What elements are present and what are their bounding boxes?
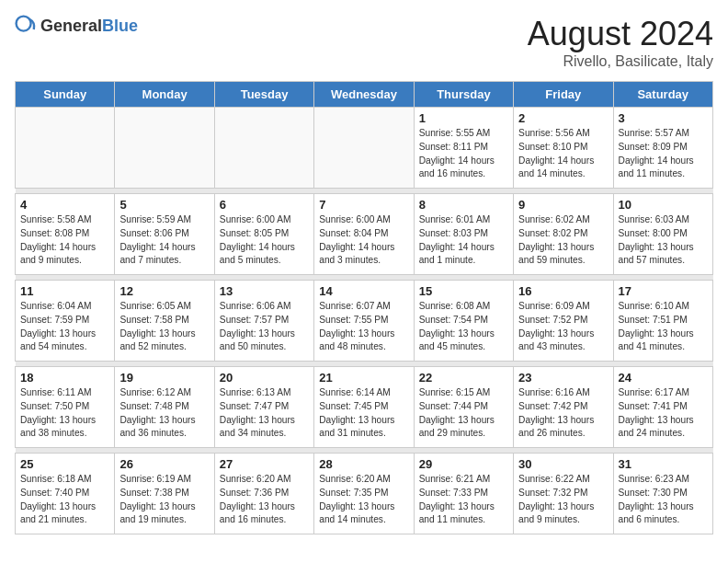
weekday-header-sunday: Sunday [16,82,115,108]
calendar-day-cell: 4Sunrise: 5:58 AM Sunset: 8:08 PM Daylig… [16,194,115,275]
day-info: Sunrise: 6:10 AM Sunset: 7:51 PM Dayligh… [619,300,708,354]
day-number: 16 [518,284,608,298]
day-number: 2 [518,111,608,125]
calendar-day-cell [214,108,313,189]
calendar-day-cell: 3Sunrise: 5:57 AM Sunset: 8:09 PM Daylig… [613,108,712,189]
title-area: August 2024 Rivello, Basilicate, Italy [528,15,713,70]
day-number: 5 [119,198,209,212]
calendar-day-cell: 16Sunrise: 6:09 AM Sunset: 7:52 PM Dayli… [514,281,613,362]
day-info: Sunrise: 5:57 AM Sunset: 8:09 PM Dayligh… [619,127,708,181]
calendar-day-cell: 29Sunrise: 6:21 AM Sunset: 7:33 PM Dayli… [414,454,513,534]
day-number: 25 [20,457,109,471]
day-info: Sunrise: 5:55 AM Sunset: 8:11 PM Dayligh… [419,127,508,181]
day-number: 26 [119,457,209,471]
calendar-day-cell: 10Sunrise: 6:03 AM Sunset: 8:00 PM Dayli… [613,194,712,275]
day-number: 7 [319,198,408,212]
day-info: Sunrise: 6:04 AM Sunset: 7:59 PM Dayligh… [20,300,109,354]
calendar-day-cell: 17Sunrise: 6:10 AM Sunset: 7:51 PM Dayli… [613,281,712,362]
day-info: Sunrise: 5:58 AM Sunset: 8:08 PM Dayligh… [20,213,109,268]
logo-blue: Blue [102,17,138,35]
day-number: 30 [518,457,608,471]
day-info: Sunrise: 6:01 AM Sunset: 8:03 PM Dayligh… [419,213,508,268]
calendar-day-cell: 2Sunrise: 5:56 AM Sunset: 8:10 PM Daylig… [514,108,613,189]
day-info: Sunrise: 6:16 AM Sunset: 7:42 PM Dayligh… [518,386,608,441]
day-info: Sunrise: 5:56 AM Sunset: 8:10 PM Dayligh… [518,127,608,181]
calendar-day-cell [16,108,115,189]
day-number: 9 [518,198,608,212]
day-info: Sunrise: 6:05 AM Sunset: 7:58 PM Dayligh… [119,300,209,354]
month-year-title: August 2024 [528,15,713,53]
day-number: 4 [20,198,109,212]
day-number: 20 [220,371,309,385]
calendar-day-cell: 27Sunrise: 6:20 AM Sunset: 7:36 PM Dayli… [214,454,313,534]
weekday-header-friday: Friday [514,82,613,108]
calendar-day-cell: 12Sunrise: 6:05 AM Sunset: 7:58 PM Dayli… [115,281,214,362]
calendar-day-cell [314,108,414,189]
day-number: 17 [619,284,708,298]
calendar-day-cell: 26Sunrise: 6:19 AM Sunset: 7:38 PM Dayli… [115,454,214,534]
calendar-day-cell: 30Sunrise: 6:22 AM Sunset: 7:32 PM Dayli… [514,454,613,534]
day-info: Sunrise: 6:08 AM Sunset: 7:54 PM Dayligh… [419,300,508,354]
calendar-day-cell [115,108,214,189]
day-number: 14 [319,284,408,298]
day-number: 24 [619,371,708,385]
day-info: Sunrise: 6:14 AM Sunset: 7:45 PM Dayligh… [319,386,408,441]
day-info: Sunrise: 6:00 AM Sunset: 8:04 PM Dayligh… [319,213,408,268]
weekday-header-saturday: Saturday [613,82,712,108]
calendar-day-cell: 1Sunrise: 5:55 AM Sunset: 8:11 PM Daylig… [414,108,513,189]
day-info: Sunrise: 6:00 AM Sunset: 8:05 PM Dayligh… [220,213,309,268]
calendar-day-cell: 6Sunrise: 6:00 AM Sunset: 8:05 PM Daylig… [214,194,313,275]
day-number: 15 [419,284,508,298]
day-info: Sunrise: 6:17 AM Sunset: 7:41 PM Dayligh… [619,386,708,441]
day-info: Sunrise: 6:18 AM Sunset: 7:40 PM Dayligh… [20,473,109,527]
day-number: 22 [419,371,508,385]
calendar-day-cell: 23Sunrise: 6:16 AM Sunset: 7:42 PM Dayli… [514,367,613,448]
day-number: 10 [619,198,708,212]
day-info: Sunrise: 6:19 AM Sunset: 7:38 PM Dayligh… [119,473,209,527]
day-number: 31 [619,457,708,471]
logo-icon [15,15,37,37]
calendar-day-cell: 19Sunrise: 6:12 AM Sunset: 7:48 PM Dayli… [115,367,214,448]
calendar-day-cell: 5Sunrise: 5:59 AM Sunset: 8:06 PM Daylig… [115,194,214,275]
day-info: Sunrise: 6:06 AM Sunset: 7:57 PM Dayligh… [220,300,309,354]
day-info: Sunrise: 6:23 AM Sunset: 7:30 PM Dayligh… [619,473,708,527]
day-info: Sunrise: 6:11 AM Sunset: 7:50 PM Dayligh… [20,386,109,441]
calendar-day-cell: 20Sunrise: 6:13 AM Sunset: 7:47 PM Dayli… [214,367,313,448]
day-number: 23 [518,371,608,385]
calendar-week-row: 4Sunrise: 5:58 AM Sunset: 8:08 PM Daylig… [16,194,713,275]
day-number: 19 [119,371,209,385]
day-info: Sunrise: 6:20 AM Sunset: 7:36 PM Dayligh… [220,473,309,527]
day-number: 12 [119,284,209,298]
day-number: 6 [220,198,309,212]
day-number: 27 [220,457,309,471]
logo-general: General [40,17,102,35]
day-info: Sunrise: 6:07 AM Sunset: 7:55 PM Dayligh… [319,300,408,354]
calendar-week-row: 11Sunrise: 6:04 AM Sunset: 7:59 PM Dayli… [16,281,713,362]
day-info: Sunrise: 6:21 AM Sunset: 7:33 PM Dayligh… [419,473,508,527]
day-info: Sunrise: 6:02 AM Sunset: 8:02 PM Dayligh… [518,213,608,268]
calendar-table: SundayMondayTuesdayWednesdayThursdayFrid… [15,81,713,534]
calendar-day-cell: 9Sunrise: 6:02 AM Sunset: 8:02 PM Daylig… [514,194,613,275]
calendar-day-cell: 31Sunrise: 6:23 AM Sunset: 7:30 PM Dayli… [613,454,712,534]
day-number: 13 [220,284,309,298]
calendar-day-cell: 15Sunrise: 6:08 AM Sunset: 7:54 PM Dayli… [414,281,513,362]
day-number: 3 [619,111,708,125]
page-header: GeneralBlue August 2024 Rivello, Basilic… [15,15,713,70]
calendar-week-row: 18Sunrise: 6:11 AM Sunset: 7:50 PM Dayli… [16,367,713,448]
calendar-day-cell: 25Sunrise: 6:18 AM Sunset: 7:40 PM Dayli… [16,454,115,534]
day-info: Sunrise: 6:20 AM Sunset: 7:35 PM Dayligh… [319,473,408,527]
day-number: 8 [419,198,508,212]
day-info: Sunrise: 6:12 AM Sunset: 7:48 PM Dayligh… [119,386,209,441]
calendar-day-cell: 22Sunrise: 6:15 AM Sunset: 7:44 PM Dayli… [414,367,513,448]
day-number: 1 [419,111,508,125]
location-subtitle: Rivello, Basilicate, Italy [528,53,713,70]
weekday-header-tuesday: Tuesday [214,82,313,108]
day-info: Sunrise: 5:59 AM Sunset: 8:06 PM Dayligh… [119,213,209,268]
calendar-day-cell: 21Sunrise: 6:14 AM Sunset: 7:45 PM Dayli… [314,367,414,448]
calendar-week-row: 25Sunrise: 6:18 AM Sunset: 7:40 PM Dayli… [16,454,713,534]
day-info: Sunrise: 6:09 AM Sunset: 7:52 PM Dayligh… [518,300,608,354]
svg-point-0 [17,17,31,31]
calendar-day-cell: 18Sunrise: 6:11 AM Sunset: 7:50 PM Dayli… [16,367,115,448]
day-info: Sunrise: 6:15 AM Sunset: 7:44 PM Dayligh… [419,386,508,441]
calendar-day-cell: 7Sunrise: 6:00 AM Sunset: 8:04 PM Daylig… [314,194,414,275]
